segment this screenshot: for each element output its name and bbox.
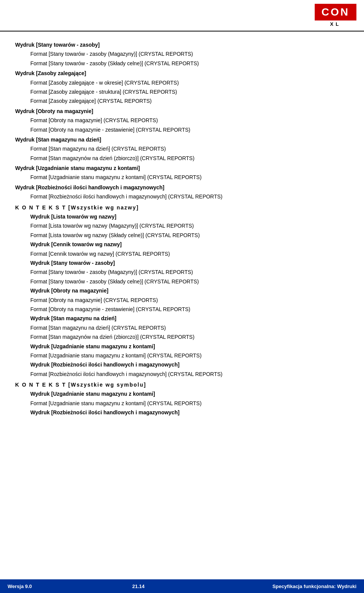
list-item: Format [Obroty na magazynie] (CRYSTAL RE… [15, 116, 349, 124]
list-item: Wydruk [Stany towarów - zasoby] [15, 41, 349, 49]
list-item: Format [Obroty na magazynie - zestawieni… [15, 305, 349, 313]
list-item: Format [Stany towarów - zasoby (Magazyny… [15, 268, 349, 276]
list-item: Format [Lista towarów wg nazwy (Magazyny… [15, 222, 349, 230]
page-header: CON XL [0, 0, 364, 31]
footer-title: Specyfikacja funkcjonalna: Wydruki [182, 584, 364, 589]
list-item: K O N T E K S T [Wszystkie wg symbolu] [15, 381, 349, 389]
list-item: Wydruk [Uzgadnianie stanu magazynu z kon… [15, 164, 349, 172]
list-item: Format [Zasoby zalegające - w okresie] (… [15, 79, 349, 87]
list-item: Wydruk [Obroty na magazynie] [15, 107, 349, 115]
main-content: Wydruk [Stany towarów - zasoby]Format [S… [0, 35, 364, 440]
logo-text: CON [315, 4, 356, 20]
list-item: Format [Uzgadnianie stanu magazynu z kon… [15, 399, 349, 407]
list-item: Format [Obroty na magazynie] (CRYSTAL RE… [15, 296, 349, 304]
list-item: Format [Obroty na magazynie - zestawieni… [15, 126, 349, 134]
list-item: Format [Stany towarów - zasoby (Składy c… [15, 277, 349, 286]
logo-sub: XL [330, 21, 341, 27]
footer-page: 21.14 [95, 584, 182, 589]
list-item: Format [Zasoby zalegające] (CRYSTAL REPO… [15, 97, 349, 105]
footer-version: Wersja 9.0 [0, 584, 95, 589]
list-item: Format [Stany towarów - zasoby (Magazyny… [15, 50, 349, 58]
list-item: Format [Stan magazynów na dzień (zbiorcz… [15, 154, 349, 162]
logo: CON XL [315, 4, 356, 27]
list-item: Wydruk [Rozbieżności ilości handlowych i… [15, 408, 349, 417]
list-item: Format [Cennik towarów wg nazwy] (CRYSTA… [15, 250, 349, 258]
list-item: Wydruk [Cennik towarów wg nazwy] [15, 240, 349, 249]
list-item: Format [Rozbieżności ilości handlowych i… [15, 192, 349, 201]
list-item: Wydruk [Stan magazynu na dzień] [15, 135, 349, 144]
list-item: Format [Stan magazynów na dzień (zbiorcz… [15, 333, 349, 341]
list-item: Wydruk [Zasoby zalegające] [15, 69, 349, 77]
list-item: Format [Rozbieżności ilości handlowych i… [15, 370, 349, 378]
list-item: Wydruk [Rozbieżności ilości handlowych i… [15, 183, 349, 192]
list-item: Format [Lista towarów wg nazwy (Składy c… [15, 231, 349, 239]
list-item: Wydruk [Stan magazynu na dzień] [15, 314, 349, 322]
list-item: Wydruk [Stany towarów - zasoby] [15, 259, 349, 267]
list-item: Format [Stan magazynu na dzień] (CRYSTAL… [15, 324, 349, 332]
list-item: Wydruk [Obroty na magazynie] [15, 286, 349, 295]
list-item: Wydruk [Uzgadnianie stanu magazynu z kon… [15, 342, 349, 351]
list-item: Format [Uzgadnianie stanu magazynu z kon… [15, 351, 349, 360]
list-item: Format [Zasoby zalegające - struktura] (… [15, 88, 349, 96]
list-item: Wydruk [Uzgadnianie stanu magazynu z kon… [15, 390, 349, 398]
list-item: Wydruk [Rozbieżności ilości handlowych i… [15, 360, 349, 369]
list-item: Wydruk [Lista towarów wg nazwy] [15, 212, 349, 221]
list-item: Format [Stan magazynu na dzień] (CRYSTAL… [15, 145, 349, 153]
page-footer: Wersja 9.0 21.14 Specyfikacja funkcjonal… [0, 579, 364, 593]
list-item: K O N T E K S T [Wszystkie wg nazwy] [15, 203, 349, 212]
list-item: Format [Stany towarów - zasoby (Składy c… [15, 59, 349, 68]
list-item: Format [Uzgadnianie stanu magazynu z kon… [15, 173, 349, 181]
